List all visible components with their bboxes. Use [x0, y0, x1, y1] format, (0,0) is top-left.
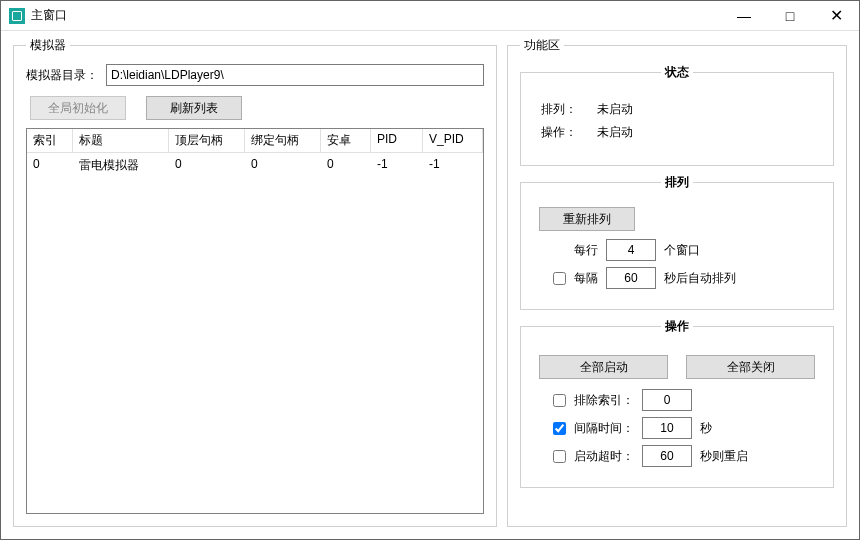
refresh-list-button[interactable]: 刷新列表: [146, 96, 242, 120]
timeout-input[interactable]: [642, 445, 692, 467]
operations-legend: 操作: [661, 318, 693, 335]
auto-arrange-suffix: 秒后自动排列: [664, 270, 736, 287]
auto-arrange-interval-input[interactable]: [606, 267, 656, 289]
exclude-index-checkbox[interactable]: [553, 394, 566, 407]
function-group: 功能区 状态 排列： 未启动 操作： 未启动 排列: [507, 37, 847, 527]
emulator-dir-input[interactable]: [106, 64, 484, 86]
operations-group: 操作 全部启动 全部关闭 排除索引： 间隔时间: [520, 318, 834, 488]
function-legend: 功能区: [520, 37, 564, 54]
exclude-index-label: 排除索引：: [574, 392, 634, 409]
maximize-button[interactable]: □: [767, 1, 813, 30]
arrange-group: 排列 重新排列 每行 个窗口 每隔: [520, 174, 834, 310]
col-android[interactable]: 安卓: [321, 129, 371, 153]
arrange-legend: 排列: [661, 174, 693, 191]
col-pid[interactable]: PID: [371, 129, 423, 153]
main-window: 主窗口 — □ ✕ 模拟器 模拟器目录： 全局初始化 刷新列表 索引 标题: [0, 0, 860, 540]
status-arrange-label: 排列：: [541, 101, 581, 118]
cell-top-hwnd: 0: [169, 154, 245, 177]
close-button[interactable]: ✕: [813, 1, 859, 30]
minimize-button[interactable]: —: [721, 1, 767, 30]
status-arrange-value: 未启动: [597, 101, 633, 118]
listview-header: 索引 标题 顶层句柄 绑定句柄 安卓 PID V_PID: [27, 129, 483, 154]
emulator-listview[interactable]: 索引 标题 顶层句柄 绑定句柄 安卓 PID V_PID 0 雷电模拟器 0 0…: [26, 128, 484, 514]
cell-pid: -1: [371, 154, 423, 177]
status-legend: 状态: [661, 64, 693, 81]
status-operate-value: 未启动: [597, 124, 633, 141]
col-title[interactable]: 标题: [73, 129, 169, 153]
emulator-group: 模拟器 模拟器目录： 全局初始化 刷新列表 索引 标题 顶层句柄 绑定句柄 安卓…: [13, 37, 497, 527]
emulator-dir-label: 模拟器目录：: [26, 67, 98, 84]
emulator-dir-row: 模拟器目录：: [26, 64, 484, 86]
window-title: 主窗口: [31, 7, 67, 24]
interval-suffix: 秒: [700, 420, 712, 437]
cell-bind-hwnd: 0: [245, 154, 321, 177]
emulator-legend: 模拟器: [26, 37, 70, 54]
cell-vpid: -1: [423, 154, 483, 177]
col-bind-hwnd[interactable]: 绑定句柄: [245, 129, 321, 153]
interval-label: 间隔时间：: [574, 420, 634, 437]
emulator-button-row: 全局初始化 刷新列表: [26, 96, 484, 120]
perrow-input[interactable]: [606, 239, 656, 261]
status-operate-label: 操作：: [541, 124, 581, 141]
auto-arrange-label: 每隔: [574, 270, 598, 287]
timeout-checkbox[interactable]: [553, 450, 566, 463]
titlebar[interactable]: 主窗口 — □ ✕: [1, 1, 859, 31]
interval-checkbox[interactable]: [553, 422, 566, 435]
status-group: 状态 排列： 未启动 操作： 未启动: [520, 64, 834, 166]
rearrange-button[interactable]: 重新排列: [539, 207, 635, 231]
col-vpid[interactable]: V_PID: [423, 129, 483, 153]
col-index[interactable]: 索引: [27, 129, 73, 153]
cell-index: 0: [27, 154, 73, 177]
global-init-button[interactable]: 全局初始化: [30, 96, 126, 120]
col-top-hwnd[interactable]: 顶层句柄: [169, 129, 245, 153]
cell-android: 0: [321, 154, 371, 177]
table-row[interactable]: 0 雷电模拟器 0 0 0 -1 -1: [27, 154, 483, 177]
app-icon: [9, 8, 25, 24]
auto-arrange-checkbox[interactable]: [553, 272, 566, 285]
exclude-index-input[interactable]: [642, 389, 692, 411]
content-area: 模拟器 模拟器目录： 全局初始化 刷新列表 索引 标题 顶层句柄 绑定句柄 安卓…: [1, 31, 859, 539]
timeout-suffix: 秒则重启: [700, 448, 748, 465]
timeout-label: 启动超时：: [574, 448, 634, 465]
interval-input[interactable]: [642, 417, 692, 439]
perrow-suffix: 个窗口: [664, 242, 700, 259]
start-all-button[interactable]: 全部启动: [539, 355, 668, 379]
window-controls: — □ ✕: [721, 1, 859, 30]
perrow-label: 每行: [574, 242, 598, 259]
cell-title: 雷电模拟器: [73, 154, 169, 177]
close-all-button[interactable]: 全部关闭: [686, 355, 815, 379]
